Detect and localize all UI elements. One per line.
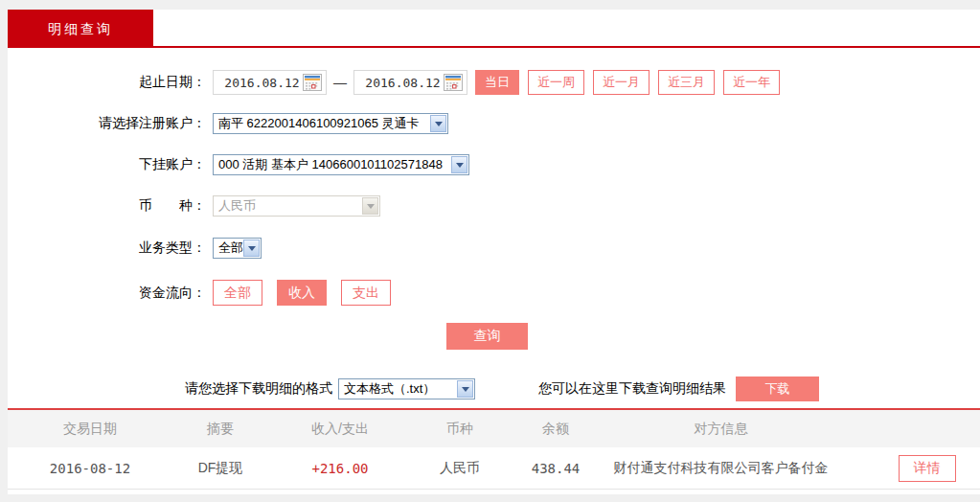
fund-flow-row: 资金流向： 全部 收入 支出 (8, 280, 980, 306)
query-button-row: 查询 (8, 323, 980, 350)
download-hint: 您可以在这里下载查询明细结果 (538, 380, 726, 398)
chevron-down-icon[interactable] (451, 156, 467, 173)
sub-account-row: 下挂账户： 000 活期 基本户 1406600101102571848 (8, 154, 980, 175)
register-account-row: 请选择注册账户： 南平 6222001406100921065 灵通卡 (8, 113, 980, 134)
tab-detail-query[interactable]: 明细查询 (8, 10, 153, 48)
content-panel: 明细查询 起止日期： 2016.08.12 (8, 10, 980, 494)
query-form: 起止日期： 2016.08.12 (8, 48, 980, 401)
business-type-select[interactable]: 全部 (213, 238, 262, 259)
end-date-value[interactable]: 2016.08.12 (362, 76, 444, 90)
header-summary: 摘要 (172, 421, 268, 438)
business-type-label: 业务类型： (8, 240, 206, 257)
fund-flow-expense[interactable]: 支出 (341, 280, 391, 306)
business-type-value: 全部 (218, 240, 243, 257)
end-date-input[interactable]: 2016.08.12 (353, 70, 467, 95)
sub-account-select[interactable]: 000 活期 基本户 1406600101102571848 (213, 154, 469, 175)
currency-select: 人民币 (213, 195, 380, 217)
fund-flow-all[interactable]: 全部 (213, 280, 262, 306)
chevron-down-icon[interactable] (243, 240, 260, 257)
cell-amount: +216.00 (268, 461, 412, 476)
register-account-value: 南平 6222001406100921065 灵通卡 (218, 115, 420, 132)
start-date-input[interactable]: 2016.08.12 (213, 70, 327, 95)
date-range-separator: — (333, 75, 347, 90)
calendar-icon[interactable] (444, 74, 463, 91)
header-counterparty: 对方信息 (604, 421, 881, 438)
download-row: 请您选择下载明细的格式 文本格式（.txt） 您可以在这里下载查询明细结果 下载 (8, 376, 980, 401)
sub-account-value: 000 活期 基本户 1406600101102571848 (218, 156, 443, 173)
tab-bar: 明细查询 (8, 10, 980, 48)
table-header-row: 交易日期 摘要 收入/支出 币种 余额 对方信息 (8, 410, 980, 447)
date-range-label: 起止日期： (8, 74, 206, 91)
fund-flow-label: 资金流向： (8, 285, 206, 302)
cell-balance: 438.44 (508, 461, 604, 476)
download-format-select[interactable]: 文本格式（.txt） (338, 378, 475, 399)
chevron-down-icon[interactable] (430, 115, 446, 132)
header-income-expense: 收入/支出 (268, 421, 412, 438)
chevron-down-icon[interactable] (457, 380, 473, 398)
download-format-value: 文本格式（.txt） (344, 380, 435, 398)
header-currency: 币种 (412, 421, 508, 438)
business-type-row: 业务类型： 全部 (8, 238, 980, 259)
register-account-select[interactable]: 南平 6222001406100921065 灵通卡 (213, 113, 448, 134)
cell-currency: 人民币 (412, 460, 508, 477)
header-balance: 余额 (508, 421, 604, 438)
cell-summary: DF提现 (172, 460, 268, 477)
download-button[interactable]: 下载 (736, 376, 819, 401)
currency-label: 币 种： (8, 197, 206, 215)
start-date-value[interactable]: 2016.08.12 (221, 76, 303, 90)
table-row: 2016-08-12 DF提现 +216.00 人民币 438.44 财付通支付… (8, 447, 980, 490)
quick-range-month[interactable]: 近一月 (593, 70, 650, 95)
chevron-down-icon (362, 197, 378, 215)
date-range-row: 起止日期： 2016.08.12 (8, 70, 980, 95)
quick-range-today[interactable]: 当日 (475, 70, 519, 95)
download-format-label: 请您选择下载明细的格式 (185, 380, 332, 398)
quick-range-week[interactable]: 近一周 (528, 70, 584, 95)
header-transaction-date: 交易日期 (8, 421, 172, 438)
detail-button[interactable]: 详情 (899, 455, 956, 482)
cell-counterparty: 财付通支付科技有限公司客户备付金 (604, 460, 881, 477)
register-account-label: 请选择注册账户： (8, 115, 206, 132)
cell-transaction-date: 2016-08-12 (8, 461, 172, 476)
query-button[interactable]: 查询 (446, 323, 528, 350)
quick-range-3months[interactable]: 近三月 (658, 70, 715, 95)
currency-value: 人民币 (218, 197, 256, 215)
currency-row: 币 种： 人民币 (8, 195, 980, 217)
quick-range-year[interactable]: 近一年 (723, 70, 780, 95)
sub-account-label: 下挂账户： (8, 156, 206, 173)
fund-flow-income[interactable]: 收入 (277, 280, 327, 306)
calendar-icon[interactable] (303, 74, 322, 91)
